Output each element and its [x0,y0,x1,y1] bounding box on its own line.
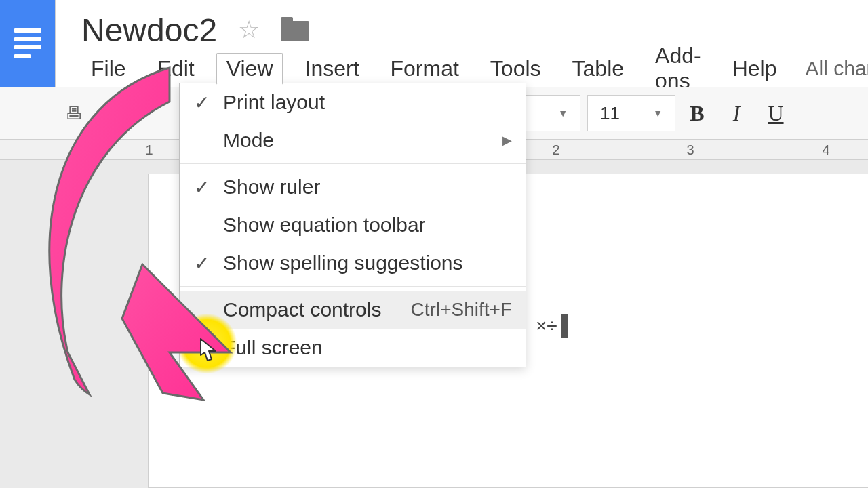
menu-file[interactable]: File [81,54,136,84]
ruler-mark: 4 [822,142,829,158]
menu-item-label: Show spelling suggestions [223,251,512,274]
save-status: All changes saved in [805,57,868,80]
menu-item-label: Mode [223,129,502,152]
print-icon[interactable]: 🖶 [56,95,92,131]
bold-button[interactable]: B [679,96,715,131]
menu-item-full-screen[interactable]: Full screen [180,329,526,367]
text-caret [561,314,568,338]
ruler-mark: 1 [145,142,153,158]
font-size-select[interactable]: 11 ▼ [587,95,675,131]
docs-logo-icon [14,26,41,60]
dropdown-triangle-icon: ▼ [558,108,568,119]
menu-help[interactable]: Help [723,54,787,84]
menu-format[interactable]: Format [381,54,469,84]
check-icon: ✓ [180,176,223,199]
submenu-arrow-icon: ▶ [502,133,512,148]
menubar: File Edit View Insert Format Tools Table… [81,53,868,84]
page-content-snippet: ×÷ [536,314,568,338]
menu-item-compact-controls[interactable]: Compact controls Ctrl+Shift+F [180,291,526,329]
menu-item-mode[interactable]: Mode ▶ [180,121,526,159]
menu-tools[interactable]: Tools [481,54,551,84]
move-folder-icon[interactable] [281,18,309,41]
check-icon: ✓ [180,252,223,274]
menu-item-show-spelling[interactable]: ✓ Show spelling suggestions [180,244,526,282]
star-icon[interactable]: ☆ [237,18,260,41]
menu-item-label: Full screen [223,336,512,359]
menu-insert[interactable]: Insert [295,54,368,84]
ruler-mark: 3 [686,142,694,158]
menu-item-shortcut: Ctrl+Shift+F [411,299,512,321]
menu-item-label: Show ruler [223,176,512,199]
docs-app-button[interactable] [0,0,56,87]
undo-icon[interactable]: ↶ [92,95,129,131]
dropdown-triangle-icon: ▼ [653,108,663,119]
menu-item-label: Show equation toolbar [223,214,512,237]
menu-table[interactable]: Table [563,54,634,84]
underline-button[interactable]: U [758,96,793,131]
menu-divider [180,286,526,287]
view-dropdown: ✓ Print layout Mode ▶ ✓ Show ruler Show … [179,83,526,367]
font-size-value: 11 [600,103,620,124]
menu-item-label: Print layout [223,91,512,114]
title-bar: Newdoc2 ☆ [81,12,309,47]
menu-view[interactable]: View [216,53,283,85]
menu-item-print-layout[interactable]: ✓ Print layout [180,83,526,121]
check-icon: ✓ [180,92,223,114]
menu-edit[interactable]: Edit [148,54,204,84]
doc-title[interactable]: Newdoc2 [81,12,217,49]
menu-item-label: Compact controls [223,298,411,321]
ruler-mark: 2 [552,142,559,158]
menu-divider [180,163,526,164]
menu-item-show-equation-toolbar[interactable]: Show equation toolbar [180,206,526,244]
menu-item-show-ruler[interactable]: ✓ Show ruler [180,168,526,206]
italic-button[interactable]: I [719,96,754,131]
